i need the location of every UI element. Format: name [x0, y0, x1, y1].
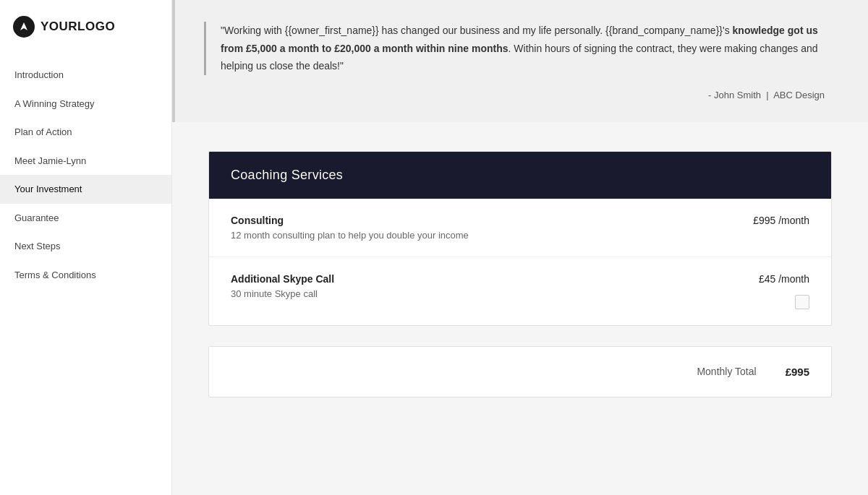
attribution-separator: | — [766, 90, 768, 100]
sidebar-item-your-investment[interactable]: Your Investment — [0, 175, 171, 204]
service-row-skype: Additional Skype Call 30 minute Skype ca… — [209, 257, 831, 325]
service-desc-skype: 30 minute Skype call — [231, 288, 759, 299]
service-price-area-skype: £45 /month — [759, 273, 809, 309]
service-price-skype: £45 /month — [759, 273, 809, 285]
sidebar-item-introduction[interactable]: Introduction — [0, 61, 171, 90]
testimonial-box: "Working with {{owner_first_name}} has c… — [204, 22, 825, 75]
service-row-consulting: Consulting 12 month consulting plan to h… — [209, 199, 831, 257]
attribution-name: - John Smith — [708, 90, 761, 100]
total-card: Monthly Total £995 — [208, 346, 832, 397]
service-desc-consulting: 12 month consulting plan to help you dou… — [231, 230, 753, 241]
service-info-skype: Additional Skype Call 30 minute Skype ca… — [231, 273, 759, 299]
service-name-consulting: Consulting — [231, 215, 753, 226]
svg-marker-0 — [20, 22, 27, 30]
services-wrapper: Coaching Services Consulting 12 month co… — [172, 122, 868, 419]
sidebar-item-plan-of-action[interactable]: Plan of Action — [0, 118, 171, 147]
sidebar-nav: IntroductionA Winning StrategyPlan of Ac… — [0, 61, 171, 289]
services-card: Coaching Services Consulting 12 month co… — [208, 151, 832, 326]
services-body: Consulting 12 month consulting plan to h… — [209, 199, 831, 325]
logo-text: YOURLOGO — [41, 20, 115, 34]
sidebar-item-guarantee[interactable]: Guarantee — [0, 204, 171, 233]
main-content: "Working with {{owner_first_name}} has c… — [172, 0, 868, 495]
service-price-consulting: £995 /month — [753, 215, 809, 226]
attribution-company: ABC Design — [773, 90, 825, 100]
service-info-consulting: Consulting 12 month consulting plan to h… — [231, 215, 753, 241]
total-value: £995 — [786, 366, 809, 378]
services-header: Coaching Services — [209, 152, 831, 199]
service-name-skype: Additional Skype Call — [231, 273, 759, 285]
logo-area: YOURLOGO — [0, 0, 171, 53]
sidebar-item-meet-jamie-lynn[interactable]: Meet Jamie-Lynn — [0, 147, 171, 176]
service-checkbox-skype[interactable] — [795, 295, 809, 309]
sidebar-item-terms--conditions[interactable]: Terms & Conditions — [0, 261, 171, 290]
testimonial-section: "Working with {{owner_first_name}} has c… — [172, 0, 868, 122]
sidebar-item-next-steps[interactable]: Next Steps — [0, 232, 171, 261]
total-label: Monthly Total — [697, 366, 756, 377]
services-title: Coaching Services — [231, 168, 343, 182]
service-price-area-consulting: £995 /month — [753, 215, 809, 226]
logo-icon — [13, 16, 35, 38]
sidebar: YOURLOGO IntroductionA Winning StrategyP… — [0, 0, 172, 495]
testimonial-attribution: - John Smith | ABC Design — [204, 90, 825, 100]
testimonial-quote: "Working with {{owner_first_name}} has c… — [221, 22, 825, 75]
sidebar-item-a-winning-strategy[interactable]: A Winning Strategy — [0, 90, 171, 119]
